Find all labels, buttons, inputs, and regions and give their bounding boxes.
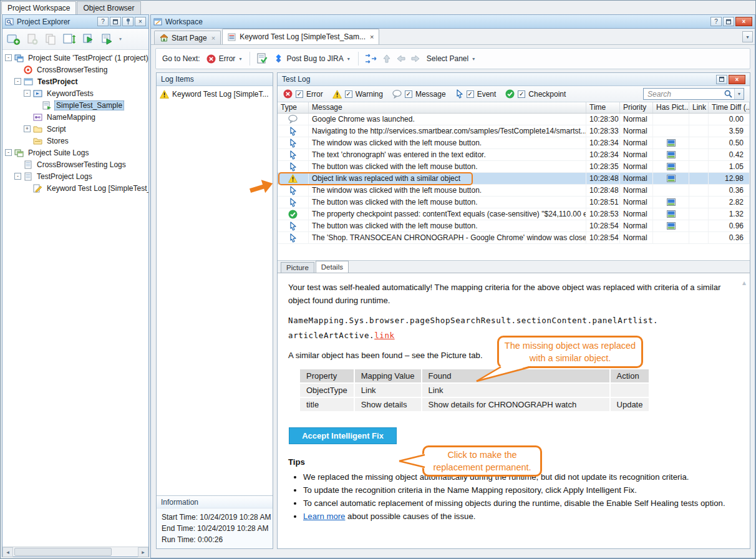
help-icon[interactable]: ? bbox=[710, 17, 722, 26]
scroll-left-icon[interactable]: ◂ bbox=[2, 547, 13, 557]
search-input[interactable]: Search ▾ bbox=[643, 88, 744, 100]
tab-project-workspace[interactable]: Project Workspace bbox=[1, 1, 76, 14]
tab-object-browser[interactable]: Object Browser bbox=[77, 1, 140, 14]
log-row-link bbox=[689, 208, 709, 220]
toggle-spacer bbox=[14, 161, 21, 168]
log-row[interactable]: The window was clicked with the left mou… bbox=[278, 137, 750, 149]
select-panel-label: Select Panel bbox=[427, 54, 468, 63]
forward-arrow-icon[interactable] bbox=[410, 54, 420, 64]
details-scroll-up-icon[interactable]: ▴ bbox=[742, 278, 746, 287]
run-project-button[interactable] bbox=[80, 31, 97, 47]
column-header-time[interactable]: Time bbox=[586, 102, 620, 113]
close-icon[interactable]: × bbox=[135, 17, 146, 26]
tree-item[interactable]: +Script bbox=[2, 123, 148, 135]
learn-more-link[interactable]: Learn more bbox=[303, 512, 345, 521]
chevron-down-icon: ▾ bbox=[472, 56, 475, 62]
maximize-icon[interactable] bbox=[723, 17, 734, 26]
tree-item[interactable]: CrossBrowserTesting bbox=[2, 64, 148, 75]
log-row[interactable]: The property checkpoint passed: contentT… bbox=[278, 208, 750, 220]
checkpoint-icon bbox=[505, 89, 515, 99]
mapping-path-link[interactable]: link bbox=[374, 331, 395, 340]
scrollbar-thumb[interactable] bbox=[14, 548, 112, 556]
tab-list-dropdown-icon[interactable]: ▾ bbox=[742, 31, 753, 42]
maximize-icon[interactable] bbox=[716, 75, 727, 84]
pin-icon[interactable] bbox=[122, 17, 133, 26]
tab-keyword-test-log[interactable]: Keyword Test Log [SimpleTest_Sam... × bbox=[222, 29, 379, 44]
log-row[interactable]: Object link was replaced with a similar … bbox=[278, 173, 750, 185]
create-issue-icon[interactable] bbox=[256, 53, 268, 64]
tree-item[interactable]: -Project Suite Logs bbox=[2, 147, 148, 158]
tab-start-page[interactable]: Start Page × bbox=[154, 31, 221, 44]
tab-details[interactable]: Details bbox=[316, 261, 349, 273]
up-arrow-icon[interactable] bbox=[382, 54, 392, 64]
scrollbar-track[interactable] bbox=[13, 547, 138, 557]
add-project-button[interactable] bbox=[6, 31, 22, 47]
scroll-right-icon[interactable]: ▸ bbox=[138, 547, 148, 557]
post-bug-to-jira-button[interactable]: Post Bug to JIRA ▾ bbox=[272, 52, 351, 66]
log-row[interactable]: The 'Shop. TRANSOCEAN CHRONOGRAPH - Goog… bbox=[278, 232, 750, 244]
horizontal-scrollbar[interactable]: ◂ ▸ bbox=[2, 547, 148, 557]
filter-checkbox-warning[interactable]: ✓ bbox=[345, 90, 352, 98]
accept-intelligent-fix-button[interactable]: Accept Intelligent Fix bbox=[289, 427, 397, 444]
back-arrow-icon[interactable] bbox=[396, 54, 406, 64]
close-tab-icon[interactable]: × bbox=[370, 33, 374, 41]
tree-item[interactable]: Keyword Test Log [SimpleTest_S bbox=[2, 182, 148, 194]
column-header-time-diff[interactable]: Time Diff (... bbox=[709, 102, 750, 113]
tree-item[interactable]: Stores bbox=[2, 135, 148, 147]
column-header-priority[interactable]: Priority bbox=[620, 102, 653, 113]
tree-item[interactable]: -TestProject Logs bbox=[2, 170, 148, 182]
log-items-list: Keyword Test Log [SimpleT... bbox=[157, 86, 273, 495]
log-row[interactable]: Google Chrome was launched.10:28:30Norma… bbox=[278, 114, 750, 125]
search-options-dropdown-icon[interactable]: ▾ bbox=[734, 89, 744, 99]
go-to-next-error-button[interactable]: Error ▾ bbox=[205, 53, 244, 65]
expand-icon[interactable]: + bbox=[24, 125, 31, 132]
log-item[interactable]: Keyword Test Log [SimpleT... bbox=[157, 88, 273, 100]
organize-button[interactable] bbox=[62, 31, 78, 47]
tree-item[interactable]: SimpleTest_Sample bbox=[2, 99, 148, 111]
log-row[interactable]: The text 'chronograph' was entered in th… bbox=[278, 149, 750, 161]
log-row[interactable]: The window was clicked with the left mou… bbox=[278, 185, 750, 197]
close-icon[interactable]: × bbox=[729, 75, 745, 84]
log-row[interactable]: Navigating to the http://services.smartb… bbox=[278, 125, 750, 137]
log-row-has-picture bbox=[653, 137, 689, 148]
column-header-link[interactable]: Link bbox=[689, 102, 709, 113]
search-icon[interactable] bbox=[722, 90, 734, 98]
collapse-icon[interactable]: - bbox=[14, 78, 21, 85]
log-row[interactable]: The button was clicked with the left mou… bbox=[278, 220, 750, 232]
tree-item-label: KeywordTests bbox=[45, 89, 95, 99]
collapse-icon[interactable]: - bbox=[24, 90, 31, 97]
collapse-icon[interactable]: - bbox=[5, 149, 12, 156]
tree-item[interactable]: -Project Suite 'TestProject' (1 project) bbox=[2, 52, 148, 64]
select-panel-button[interactable]: Select Panel ▾ bbox=[425, 53, 477, 64]
column-header-message[interactable]: Message bbox=[309, 102, 586, 113]
column-header-type[interactable]: Type bbox=[278, 102, 309, 113]
tree-item[interactable]: -KeywordTests bbox=[2, 87, 148, 99]
filter-checkbox-message[interactable]: ✓ bbox=[405, 90, 412, 98]
test-log-header: Test Log × bbox=[278, 73, 750, 86]
column-header-has-pict[interactable]: Has Pict... bbox=[653, 102, 689, 113]
project-explorer-panel: Project Explorer ? × ▾ -Project Suite 'T… bbox=[2, 14, 149, 557]
tree-item[interactable]: NameMapping bbox=[2, 111, 148, 123]
tab-label: Start Page bbox=[172, 34, 207, 42]
add-item-button[interactable] bbox=[24, 31, 41, 47]
picture-icon bbox=[667, 139, 676, 147]
filter-checkbox-event[interactable]: ✓ bbox=[467, 90, 474, 98]
filter-checkbox-error[interactable]: ✓ bbox=[296, 90, 303, 98]
tab-picture[interactable]: Picture bbox=[281, 262, 314, 273]
maximize-icon[interactable] bbox=[110, 17, 121, 26]
help-icon[interactable]: ? bbox=[97, 17, 109, 26]
log-row[interactable]: The button was clicked with the left mou… bbox=[278, 197, 750, 208]
add-copy-button[interactable] bbox=[43, 31, 59, 47]
tree-item[interactable]: -TestProject bbox=[2, 75, 148, 87]
close-icon[interactable]: × bbox=[735, 17, 752, 26]
log-row[interactable]: The button was clicked with the left mou… bbox=[278, 161, 750, 173]
toolbar-overflow-icon[interactable]: ▾ bbox=[119, 36, 122, 42]
collapse-icon[interactable]: - bbox=[14, 173, 21, 180]
filter-checkbox-checkpoint[interactable]: ✓ bbox=[518, 90, 525, 98]
close-tab-icon[interactable]: × bbox=[211, 34, 215, 42]
merge-results-icon[interactable] bbox=[365, 54, 377, 64]
run-test-button[interactable] bbox=[99, 31, 115, 47]
tree-item[interactable]: CrossBrowserTesting Logs bbox=[2, 158, 148, 170]
collapse-icon[interactable]: - bbox=[5, 54, 12, 61]
self-heal-intro-text: Your test was self-healed automatically!… bbox=[288, 281, 732, 307]
